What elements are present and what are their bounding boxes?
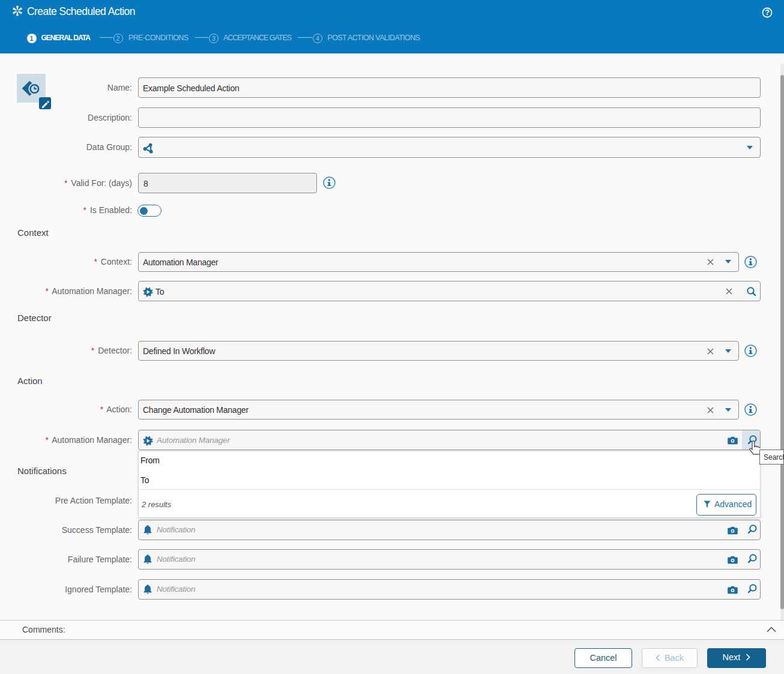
svg-text:?: ?: [765, 8, 770, 17]
